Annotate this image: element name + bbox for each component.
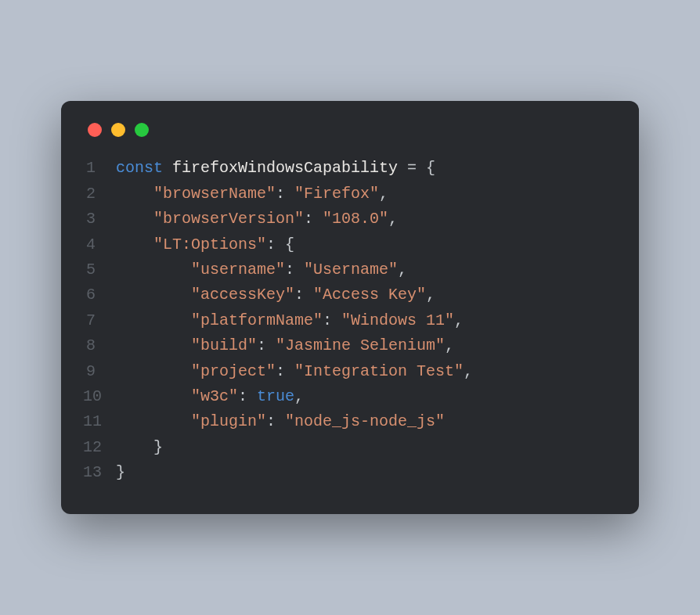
zoom-icon[interactable] <box>135 123 149 137</box>
code-line: 13 } <box>83 460 617 485</box>
line-number: 13 <box>83 460 116 485</box>
code-line: 3 "browserVersion": "108.0", <box>83 207 617 232</box>
code-content: "LT:Options": { <box>116 232 294 257</box>
line-number: 7 <box>83 308 116 333</box>
code-content: } <box>116 435 163 460</box>
code-window: 1 const firefoxWindowsCapability = { 2 "… <box>61 101 639 513</box>
code-line: 12 } <box>83 435 617 460</box>
code-line: 8 "build": "Jasmine Selenium", <box>83 333 617 358</box>
line-number: 11 <box>83 409 116 434</box>
close-icon[interactable] <box>88 123 102 137</box>
code-content: "browserName": "Firefox", <box>116 182 388 207</box>
code-editor[interactable]: 1 const firefoxWindowsCapability = { 2 "… <box>83 156 617 485</box>
code-content: "browserVersion": "108.0", <box>116 207 398 232</box>
code-line: 10 "w3c": true, <box>83 384 617 409</box>
line-number: 9 <box>83 359 116 384</box>
code-content: "plugin": "node_js-node_js" <box>116 409 445 434</box>
code-line: 7 "platformName": "Windows 11", <box>83 308 617 333</box>
line-number: 2 <box>83 182 116 207</box>
code-content: "w3c": true, <box>116 384 304 409</box>
code-line: 1 const firefoxWindowsCapability = { <box>83 156 617 181</box>
window-titlebar <box>83 123 617 137</box>
minimize-icon[interactable] <box>111 123 125 137</box>
code-content: "project": "Integration Test", <box>116 359 473 384</box>
code-line: 2 "browserName": "Firefox", <box>83 182 617 207</box>
code-content: } <box>116 460 125 485</box>
code-content: "username": "Username", <box>116 257 407 282</box>
line-number: 10 <box>83 384 116 409</box>
code-content: "build": "Jasmine Selenium", <box>116 333 454 358</box>
line-number: 4 <box>83 232 116 257</box>
line-number: 1 <box>83 156 116 181</box>
code-line: 11 "plugin": "node_js-node_js" <box>83 409 617 434</box>
line-number: 8 <box>83 333 116 358</box>
line-number: 6 <box>83 282 116 308</box>
code-content: "accessKey": "Access Key", <box>116 282 435 308</box>
line-number: 5 <box>83 257 116 282</box>
code-content: const firefoxWindowsCapability = { <box>116 156 435 181</box>
code-line: 6 "accessKey": "Access Key", <box>83 282 617 308</box>
code-line: 4 "LT:Options": { <box>83 232 617 257</box>
code-content: "platformName": "Windows 11", <box>116 308 464 333</box>
line-number: 3 <box>83 207 116 232</box>
code-line: 9 "project": "Integration Test", <box>83 359 617 384</box>
code-line: 5 "username": "Username", <box>83 257 617 282</box>
line-number: 12 <box>83 435 116 460</box>
